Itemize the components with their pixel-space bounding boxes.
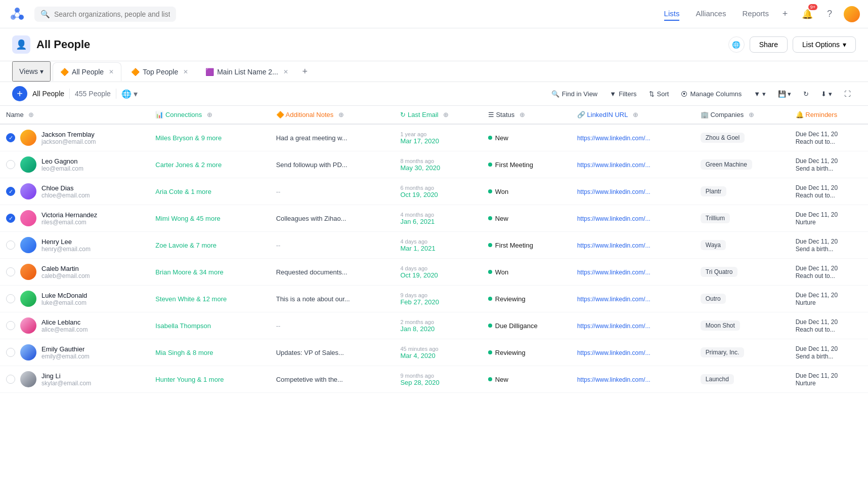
find-in-view-button[interactable]: 🔍 Find in View: [546, 87, 603, 101]
add-column-after-companies[interactable]: ⊕: [749, 111, 754, 118]
connections-link[interactable]: Miles Bryson & 9 more: [155, 134, 222, 142]
linkedin-url[interactable]: https://www.linkedin.com/...: [577, 376, 650, 383]
reminders-cell-5: Due Dec 11, 20Reach out to...: [790, 259, 868, 286]
linkedin-url[interactable]: https://www.linkedin.com/...: [577, 269, 650, 276]
connections-link[interactable]: Mimi Wong & 45 more: [155, 215, 220, 222]
company-tag[interactable]: Zhou & Goel: [701, 133, 745, 143]
linkedin-url[interactable]: https://www.linkedin.com/...: [577, 296, 650, 303]
refresh-button[interactable]: ↻: [798, 87, 814, 101]
company-tag[interactable]: Tri Quatro: [701, 267, 738, 277]
nav-link-lists[interactable]: Lists: [664, 7, 680, 21]
status-icon: ☰: [488, 111, 494, 118]
linkedin-url[interactable]: https://www.linkedin.com/...: [577, 188, 650, 195]
person-name[interactable]: Emily Gauthier: [41, 345, 90, 353]
logo-icon[interactable]: [8, 5, 26, 23]
row-checkbox[interactable]: [6, 267, 15, 276]
tab-close-top-people[interactable]: ✕: [183, 68, 188, 75]
company-tag[interactable]: Outro: [701, 294, 726, 304]
add-column-after-status[interactable]: ⊕: [519, 111, 525, 118]
company-tag[interactable]: Waya: [701, 240, 726, 250]
linkedin-url[interactable]: https://www.linkedin.com/...: [577, 162, 650, 169]
expand-button[interactable]: ⛶: [839, 87, 856, 101]
connections-link[interactable]: Mia Singh & 8 more: [155, 349, 213, 356]
company-tag[interactable]: Primary, Inc.: [701, 347, 744, 357]
add-tab-button[interactable]: +: [298, 64, 312, 78]
tab-top-people[interactable]: 🔶 Top People ✕: [123, 62, 196, 81]
person-name[interactable]: Leo Gagnon: [41, 157, 83, 165]
row-checkbox[interactable]: [6, 321, 15, 330]
add-column-after-notes[interactable]: ⊕: [338, 111, 344, 118]
company-tag[interactable]: Moon Shot: [701, 320, 740, 331]
person-name[interactable]: Caleb Martin: [41, 265, 90, 272]
add-column-after-email[interactable]: ⊕: [443, 111, 449, 118]
globe-dropdown-button[interactable]: 🌐 ▾: [121, 89, 138, 99]
tab-close-main-list[interactable]: ✕: [283, 68, 288, 75]
notes-text: Colleagues with Zihao...: [276, 215, 346, 222]
download-button[interactable]: ⬇ ▾: [816, 87, 837, 101]
add-column-after-linkedin[interactable]: ⊕: [633, 111, 638, 118]
person-name[interactable]: Alice Leblanc: [41, 318, 88, 326]
notifications-button[interactable]: 🔔 9+: [799, 6, 815, 22]
row-checkbox[interactable]: [6, 348, 15, 357]
connections-link[interactable]: Steven White & 12 more: [155, 295, 227, 303]
company-tag[interactable]: Green Machine: [701, 159, 752, 170]
status-label: Reviewing: [495, 295, 526, 303]
add-button[interactable]: +: [777, 6, 793, 22]
person-info: Alice Leblanc alice@email.com: [41, 318, 88, 333]
reminders-cell-2: Due Dec 11, 20Reach out to...: [790, 178, 868, 205]
linkedin-url[interactable]: https://www.linkedin.com/...: [577, 242, 650, 249]
sort-button[interactable]: ⇅ Sort: [644, 87, 674, 101]
row-checkbox[interactable]: ✓: [6, 187, 15, 196]
company-tag[interactable]: Plantr: [701, 186, 726, 196]
connections-link[interactable]: Aria Cote & 1 more: [155, 188, 211, 195]
search-input[interactable]: [54, 10, 170, 18]
linkedin-url[interactable]: https://www.linkedin.com/...: [577, 349, 650, 356]
person-name[interactable]: Jackson Tremblay: [41, 131, 96, 138]
tab-main-list[interactable]: 🟪 Main List Name 2... ✕: [198, 62, 296, 81]
connections-cell-1: Carter Jones & 2 more: [149, 151, 270, 178]
person-name[interactable]: Jing Li: [41, 372, 91, 380]
linkedin-url[interactable]: https://www.linkedin.com/...: [577, 135, 650, 142]
connections-link[interactable]: Hunter Young & 1 more: [155, 376, 224, 383]
globe-button[interactable]: 🌐: [728, 36, 745, 53]
connections-link[interactable]: Brian Moore & 34 more: [155, 268, 223, 276]
tab-close-all-people[interactable]: ✕: [109, 68, 114, 75]
row-checkbox[interactable]: ✓: [6, 214, 15, 223]
manage-columns-button[interactable]: ⦿ Manage Columns: [676, 87, 747, 101]
person-name[interactable]: Chloe Dias: [41, 184, 90, 192]
person-name[interactable]: Luke McDonald: [41, 292, 87, 299]
row-checkbox[interactable]: [6, 240, 15, 250]
nav-link-reports[interactable]: Reports: [742, 7, 769, 21]
connections-link[interactable]: Zoe Lavoie & 7 more: [155, 242, 216, 249]
email-time: 4 months ago: [400, 212, 475, 218]
row-checkbox[interactable]: [6, 294, 15, 303]
views-button[interactable]: Views ▾: [12, 61, 51, 82]
filter-options-button[interactable]: ▼ ▾: [749, 87, 770, 101]
help-button[interactable]: ?: [821, 6, 838, 22]
avatar[interactable]: [844, 6, 860, 22]
company-tag[interactable]: Trillium: [701, 213, 730, 223]
person-avatar: [20, 237, 36, 253]
filters-button[interactable]: ▼ Filters: [604, 87, 641, 101]
linkedin-url[interactable]: https://www.linkedin.com/...: [577, 215, 650, 222]
tab-all-people[interactable]: 🔶 All People ✕: [53, 62, 121, 81]
connections-link[interactable]: Isabella Thompson: [155, 322, 211, 330]
person-name[interactable]: Henry Lee: [41, 238, 91, 246]
list-options-button[interactable]: List Options ▾: [793, 36, 856, 53]
connections-cell-7: Isabella Thompson: [149, 312, 270, 339]
add-column-after-connections[interactable]: ⊕: [207, 111, 212, 118]
add-column-after-name[interactable]: ⊕: [28, 111, 34, 118]
companies-cell-7: Moon Shot: [695, 312, 790, 339]
share-button[interactable]: Share: [750, 36, 788, 53]
nav-link-alliances[interactable]: Alliances: [696, 7, 726, 21]
row-checkbox[interactable]: ✓: [6, 133, 15, 142]
person-name[interactable]: Victoria Hernandez: [41, 211, 97, 219]
add-record-button[interactable]: +: [12, 86, 27, 101]
search-bar[interactable]: 🔍: [34, 7, 176, 22]
linkedin-url[interactable]: https://www.linkedin.com/...: [577, 323, 650, 330]
row-checkbox[interactable]: [6, 160, 15, 169]
row-checkbox[interactable]: [6, 375, 15, 384]
company-tag[interactable]: Launchd: [701, 374, 734, 384]
save-button[interactable]: 💾 ▾: [773, 87, 797, 101]
connections-link[interactable]: Carter Jones & 2 more: [155, 161, 222, 169]
